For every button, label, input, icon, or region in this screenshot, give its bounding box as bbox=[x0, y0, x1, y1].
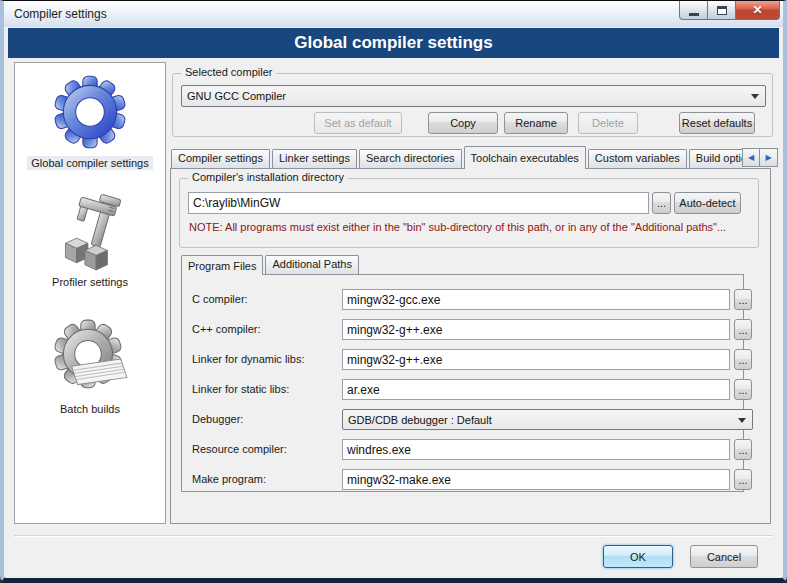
dynamic-linker-input[interactable] bbox=[342, 349, 730, 370]
chevron-down-icon bbox=[738, 418, 746, 423]
dynamic-linker-label: Linker for dynamic libs: bbox=[192, 353, 305, 365]
cpp-compiler-label: C++ compiler: bbox=[192, 323, 260, 335]
resource-compiler-label: Resource compiler: bbox=[192, 443, 287, 455]
program-files-tab-strip: Program Files Additional Paths bbox=[181, 255, 361, 275]
selected-compiler-dropdown[interactable]: GNU GCC Compiler bbox=[181, 85, 766, 107]
make-program-browse-button[interactable]: ... bbox=[734, 469, 752, 490]
installation-directory-group: Compiler's installation directory ... Au… bbox=[179, 178, 759, 248]
tab-build-options[interactable]: Build options bbox=[689, 149, 742, 168]
reset-defaults-button[interactable]: Reset defaults bbox=[679, 112, 755, 134]
sidebar-item-global-compiler-settings[interactable]: Global compiler settings bbox=[27, 69, 152, 170]
tab-linker-settings[interactable]: Linker settings bbox=[272, 149, 357, 168]
blue-gear-icon bbox=[47, 69, 133, 155]
titlebar[interactable]: Compiler settings bbox=[4, 1, 783, 27]
note-text: NOTE: All programs must exist either in … bbox=[189, 221, 726, 233]
selected-compiler-group: Selected compiler GNU GCC Compiler Set a… bbox=[172, 73, 773, 137]
make-program-label: Make program: bbox=[192, 473, 266, 485]
debugger-value: GDB/CDB debugger : Default bbox=[348, 414, 492, 426]
resource-compiler-browse-button[interactable]: ... bbox=[734, 439, 752, 460]
settings-category-list: Global compiler settings bbox=[14, 62, 166, 524]
close-button[interactable]: ✕ bbox=[735, 1, 780, 20]
settings-tab-strip: Compiler settings Linker settings Search… bbox=[171, 146, 742, 169]
tab-custom-variables[interactable]: Custom variables bbox=[588, 149, 687, 168]
caliper-icon bbox=[47, 188, 133, 274]
copy-button[interactable]: Copy bbox=[428, 112, 498, 134]
compiler-settings-window: Compiler settings ✕ Global compiler sett… bbox=[0, 0, 787, 583]
c-compiler-input[interactable] bbox=[342, 289, 730, 310]
selected-compiler-group-label: Selected compiler bbox=[181, 66, 276, 78]
tab-compiler-settings[interactable]: Compiler settings bbox=[171, 149, 270, 168]
tab-scroll-left-button[interactable]: ◀ bbox=[742, 148, 760, 167]
c-compiler-browse-button[interactable]: ... bbox=[734, 289, 752, 310]
c-compiler-label: C compiler: bbox=[192, 293, 248, 305]
caption-buttons: ✕ bbox=[679, 1, 780, 20]
sidebar-item-label: Global compiler settings bbox=[27, 156, 152, 170]
resource-compiler-input[interactable] bbox=[342, 439, 730, 460]
debugger-label: Debugger: bbox=[192, 413, 243, 425]
close-icon: ✕ bbox=[752, 3, 762, 17]
program-files-panel: C compiler: ... C++ compiler: ... Linker… bbox=[181, 274, 744, 492]
tab-search-directories[interactable]: Search directories bbox=[359, 149, 462, 168]
window-title: Compiler settings bbox=[14, 7, 107, 21]
footer-divider bbox=[14, 535, 773, 537]
chevron-down-icon bbox=[751, 94, 759, 99]
sidebar-item-batch-builds[interactable]: Batch builds bbox=[47, 315, 133, 416]
cancel-button[interactable]: Cancel bbox=[690, 545, 758, 568]
sidebar-item-label: Batch builds bbox=[56, 402, 124, 416]
gray-gear-stack-icon bbox=[47, 315, 133, 401]
installation-directory-group-label: Compiler's installation directory bbox=[188, 171, 348, 183]
cpp-compiler-input[interactable] bbox=[342, 319, 730, 340]
dynamic-linker-browse-button[interactable]: ... bbox=[734, 349, 752, 370]
tab-scroll-right-button[interactable]: ▶ bbox=[760, 148, 778, 167]
debugger-dropdown[interactable]: GDB/CDB debugger : Default bbox=[342, 409, 753, 430]
sidebar-item-profiler-settings[interactable]: Profiler settings bbox=[47, 188, 133, 289]
browse-directory-button[interactable]: ... bbox=[652, 192, 671, 214]
delete-button[interactable]: Delete bbox=[578, 112, 638, 134]
dialog-title: Global compiler settings bbox=[294, 33, 492, 52]
tab-toolchain-executables[interactable]: Toolchain executables bbox=[464, 146, 586, 169]
minimize-button[interactable] bbox=[679, 1, 708, 20]
static-linker-label: Linker for static libs: bbox=[192, 383, 289, 395]
toolchain-executables-panel: Compiler's installation directory ... Au… bbox=[170, 168, 771, 524]
dialog-header: Global compiler settings bbox=[8, 28, 779, 58]
set-as-default-button[interactable]: Set as default bbox=[314, 112, 402, 134]
tab-program-files[interactable]: Program Files bbox=[181, 255, 263, 275]
arrow-left-icon: ◀ bbox=[748, 153, 754, 162]
static-linker-input[interactable] bbox=[342, 379, 730, 400]
tab-additional-paths[interactable]: Additional Paths bbox=[265, 255, 359, 274]
selected-compiler-value: GNU GCC Compiler bbox=[187, 90, 286, 102]
maximize-button[interactable] bbox=[708, 1, 735, 20]
rename-button[interactable]: Rename bbox=[504, 112, 568, 134]
installation-directory-input[interactable] bbox=[188, 192, 649, 214]
ok-button[interactable]: OK bbox=[603, 545, 673, 568]
minimize-icon bbox=[689, 13, 699, 16]
static-linker-browse-button[interactable]: ... bbox=[734, 379, 752, 400]
cpp-compiler-browse-button[interactable]: ... bbox=[734, 319, 752, 340]
maximize-icon bbox=[717, 6, 727, 15]
tab-scroll-buttons: ◀ ▶ bbox=[742, 148, 778, 167]
arrow-right-icon: ▶ bbox=[765, 153, 771, 162]
sidebar-item-label: Profiler settings bbox=[48, 275, 132, 289]
make-program-input[interactable] bbox=[342, 469, 730, 490]
auto-detect-button[interactable]: Auto-detect bbox=[674, 192, 741, 214]
